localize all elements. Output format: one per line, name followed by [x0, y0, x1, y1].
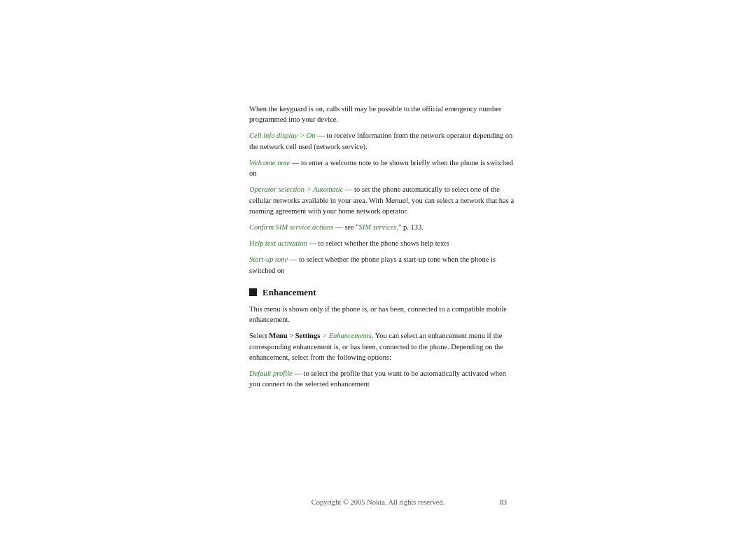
confirm-link[interactable]: Confirm SIM service actions: [249, 223, 333, 231]
page-number: 83: [500, 498, 507, 506]
default-profile-paragraph: Default profile — to select the profile …: [249, 368, 515, 389]
operator-link[interactable]: Operator selection > Automatic: [249, 185, 343, 193]
confirm-paragraph: Confirm SIM service actions — see "SIM s…: [249, 222, 515, 232]
section-icon: [249, 288, 257, 296]
help-text-text: — to select whether the phone shows help…: [307, 239, 449, 247]
enhancement-para1: This menu is shown only if the phone is,…: [249, 304, 515, 325]
copyright-text: Copyright © 2005 Nokia. All rights reser…: [312, 498, 445, 506]
intro-text: When the keyguard is on, calls still may…: [249, 105, 501, 123]
operator-paragraph: Operator selection > Automatic — to set …: [249, 184, 515, 216]
sim-services-link[interactable]: SIM services,: [359, 223, 399, 231]
startup-link[interactable]: Start-up tone: [249, 255, 288, 263]
arrow1: >: [288, 332, 295, 339]
settings-bold: Settings: [295, 332, 321, 339]
welcome-note-link[interactable]: Welcome note: [249, 159, 290, 167]
footer: Copyright © 2005 Nokia. All rights reser…: [0, 498, 756, 506]
cell-info-link[interactable]: Cell info display > On: [249, 132, 316, 139]
startup-paragraph: Start-up tone — to select whether the ph…: [249, 254, 515, 275]
page: When the keyguard is on, calls still may…: [0, 0, 756, 534]
menu-bold: Menu: [269, 332, 287, 339]
enhancements-link[interactable]: > Enhancements: [320, 332, 372, 339]
help-text-link[interactable]: Help text activation: [249, 239, 307, 247]
manual-link: Manual: [385, 197, 408, 204]
select-prefix: Select: [249, 332, 269, 339]
section-heading-text: Enhancement: [262, 287, 316, 298]
enhancement-text1: This menu is shown only if the phone is,…: [249, 305, 507, 323]
intro-paragraph: When the keyguard is on, calls still may…: [249, 104, 515, 125]
content-area: When the keyguard is on, calls still may…: [249, 104, 515, 395]
help-text-paragraph: Help text activation — to select whether…: [249, 238, 515, 248]
confirm-text-after: " p. 133.: [398, 223, 424, 231]
default-profile-link[interactable]: Default profile: [249, 370, 293, 377]
cell-info-paragraph: Cell info display > On — to receive info…: [249, 130, 515, 151]
welcome-note-paragraph: Welcome note — to enter a welcome note t…: [249, 157, 515, 178]
confirm-text-before: — see ": [333, 223, 358, 231]
select-paragraph: Select Menu > Settings > Enhancements. Y…: [249, 330, 515, 363]
enhancement-heading: Enhancement: [249, 287, 515, 298]
